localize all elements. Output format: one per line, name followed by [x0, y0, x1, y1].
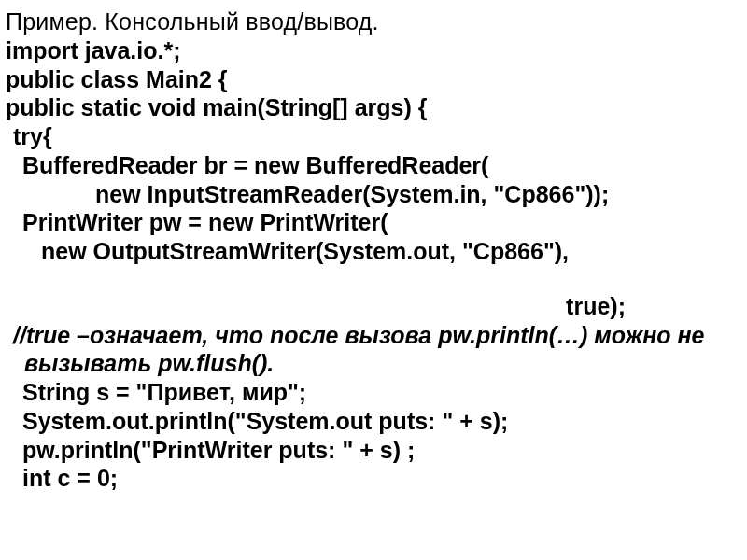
- code-line: public class Main2 {: [6, 65, 738, 94]
- code-line: public static void main(String[] args) {: [6, 93, 738, 122]
- code-line: System.out.println("System.out puts: " +…: [6, 407, 738, 436]
- code-line: pw.println("PrintWriter puts: " + s) ;: [6, 436, 738, 465]
- code-line: new InputStreamReader(System.in, "Cp866"…: [6, 180, 738, 209]
- code-comment: //true –означает, что после вызова pw.pr…: [6, 321, 738, 379]
- code-line: try{: [6, 122, 738, 151]
- slide-content: Пример. Консольный ввод/вывод. import ja…: [0, 0, 747, 502]
- code-line: new OutputStreamWriter(System.out, "Cp86…: [6, 237, 738, 266]
- blank-line: [6, 266, 738, 292]
- code-line: int c = 0;: [6, 464, 738, 493]
- code-line: String s = "Привет, мир";: [6, 378, 738, 407]
- code-line: PrintWriter pw = new PrintWriter(: [6, 208, 738, 237]
- code-line: import java.io.*;: [6, 36, 738, 65]
- slide-title: Пример. Консольный ввод/вывод.: [6, 7, 738, 36]
- code-line: BufferedReader br = new BufferedReader(: [6, 151, 738, 180]
- code-line: true);: [6, 292, 738, 321]
